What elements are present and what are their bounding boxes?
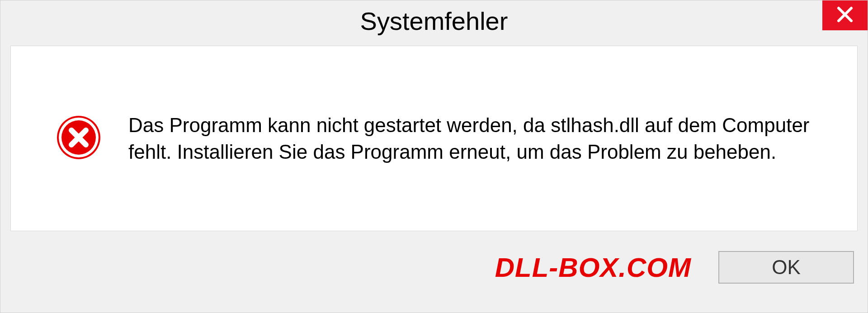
error-dialog: Systemfehler Das Programm kann nicht ges… (0, 0, 868, 313)
ok-button-label: OK (772, 256, 801, 279)
ok-button[interactable]: OK (718, 251, 854, 284)
dialog-footer: DLL-BOX.COM OK (0, 236, 868, 313)
message-panel: Das Programm kann nicht gestartet werden… (10, 46, 858, 231)
error-icon (56, 115, 101, 162)
title-bar: Systemfehler (0, 0, 868, 41)
error-message: Das Programm kann nicht gestartet werden… (128, 112, 830, 166)
dialog-title: Systemfehler (360, 6, 508, 36)
close-button[interactable] (822, 0, 868, 30)
close-icon (836, 5, 854, 25)
watermark-text: DLL-BOX.COM (495, 252, 691, 283)
